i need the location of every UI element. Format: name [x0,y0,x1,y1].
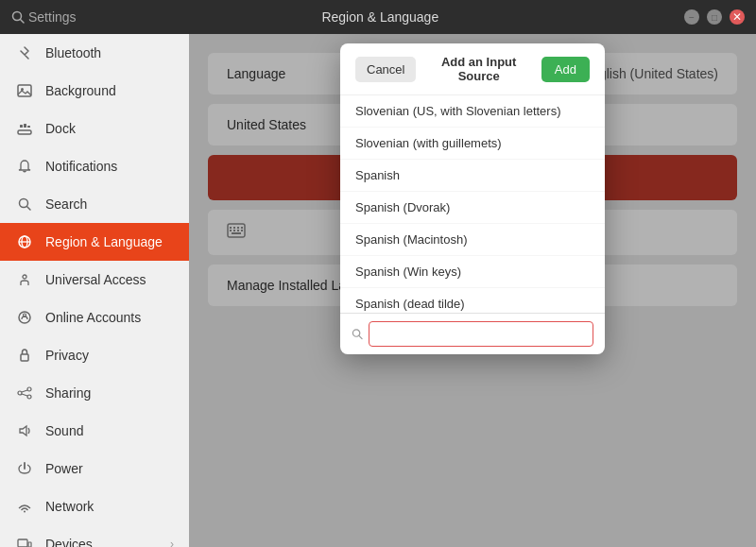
sidebar-item-label: Search [45,197,87,212]
list-item[interactable]: Spanish (Dvorak) [340,192,605,224]
universal-icon [15,270,34,289]
sidebar-item-label: Sound [45,423,83,438]
sidebar-item-notifications[interactable]: Notifications [0,147,189,185]
svg-rect-7 [27,126,30,128]
svg-rect-6 [24,124,26,128]
region-icon [15,232,34,251]
sound-icon [15,421,34,440]
dialog-add-button[interactable]: Add [541,57,590,82]
list-item[interactable]: Spanish [340,160,605,192]
chevron-right-icon: › [170,538,174,547]
dialog-search-input[interactable] [369,321,593,347]
background-icon [15,81,34,100]
list-item[interactable]: Spanish (Win keys) [340,256,605,288]
svg-rect-24 [28,542,31,547]
sidebar-item-label: Region & Language [45,234,163,249]
sharing-icon [15,384,34,402]
sidebar-item-label: Devices [45,537,93,547]
sidebar: BluetoothBackgroundDockNotificationsSear… [0,34,189,547]
main-layout: BluetoothBackgroundDockNotificationsSear… [0,34,756,547]
dialog-overlay: Cancel Add an Input Source Add Slovenian… [189,34,756,547]
close-button[interactable]: ✕ [730,9,745,25]
sidebar-item-network[interactable]: Network [0,487,189,525]
maximize-button[interactable]: □ [707,9,722,25]
sidebar-item-sharing[interactable]: Sharing [0,374,189,412]
sidebar-item-universal-access[interactable]: Universal Access [0,261,189,299]
svg-point-15 [24,314,26,316]
svg-line-41 [359,335,362,338]
sidebar-item-privacy[interactable]: Privacy [0,336,189,374]
titlebar-title: Region & Language [77,9,684,25]
search-icon [15,195,34,214]
svg-rect-5 [20,125,23,128]
dialog-header: Cancel Add an Input Source Add [340,43,605,95]
sidebar-item-label: Bluetooth [45,45,101,60]
sidebar-item-online-accounts[interactable]: Online Accounts [0,299,189,336]
sidebar-item-dock[interactable]: Dock [0,110,189,147]
power-icon [15,459,34,478]
sidebar-item-bluetooth[interactable]: Bluetooth [0,34,189,72]
svg-line-20 [22,390,27,392]
sidebar-item-sound[interactable]: Sound [0,412,189,450]
accounts-icon [15,308,34,327]
sidebar-item-label: Universal Access [45,272,146,287]
svg-rect-4 [18,130,31,134]
dock-icon [15,119,34,138]
svg-line-9 [27,207,31,211]
add-input-source-dialog: Cancel Add an Input Source Add Slovenian… [340,43,605,354]
sidebar-item-label: Network [45,499,94,514]
svg-line-21 [22,394,27,396]
sidebar-item-background[interactable]: Background [0,72,189,110]
sidebar-item-label: Sharing [45,385,91,401]
sidebar-item-label: Privacy [45,348,89,363]
titlebar: Settings Region & Language − □ ✕ [0,0,756,34]
search-icon [11,10,25,24]
settings-label: Settings [28,9,77,25]
sidebar-item-label: Online Accounts [45,310,141,325]
sidebar-item-region-language[interactable]: Region & Language [0,223,189,261]
sidebar-item-power[interactable]: Power [0,450,189,487]
content-area: Language English (United States) United … [189,34,756,547]
list-item[interactable]: Slovenian (US, with Slovenian letters) [340,95,605,128]
window-controls: − □ ✕ [684,9,745,25]
list-item[interactable]: Spanish (dead tilde) [340,288,605,313]
network-icon [15,497,34,516]
svg-point-13 [23,275,26,279]
list-item[interactable]: Slovenian (with guillemets) [340,128,605,160]
svg-point-22 [24,511,26,513]
sidebar-item-label: Power [45,461,83,476]
devices-icon [15,535,34,547]
svg-line-1 [21,20,25,24]
titlebar-left: Settings [11,9,77,25]
sidebar-item-devices[interactable]: Devices› [0,525,189,547]
dialog-cancel-button[interactable]: Cancel [355,57,416,82]
svg-point-18 [18,391,22,395]
svg-point-17 [27,387,31,391]
dialog-search-area [340,313,605,354]
svg-point-19 [27,395,31,399]
dialog-title: Add an Input Source [423,55,533,83]
sidebar-item-search[interactable]: Search [0,185,189,223]
notifications-icon [15,157,34,176]
svg-rect-16 [21,354,28,361]
svg-point-3 [21,88,24,91]
privacy-icon [15,346,34,365]
sidebar-item-label: Notifications [45,159,117,174]
svg-rect-23 [18,539,27,547]
minimize-button[interactable]: − [684,9,699,25]
dialog-search-icon [352,328,363,340]
list-item[interactable]: Spanish (Macintosh) [340,224,605,256]
bluetooth-icon [15,43,34,62]
sidebar-item-label: Background [45,83,116,98]
svg-rect-2 [18,85,31,96]
sidebar-item-label: Dock [45,121,76,136]
input-source-list: Slovenian (US, with Slovenian letters)Sl… [340,95,605,313]
